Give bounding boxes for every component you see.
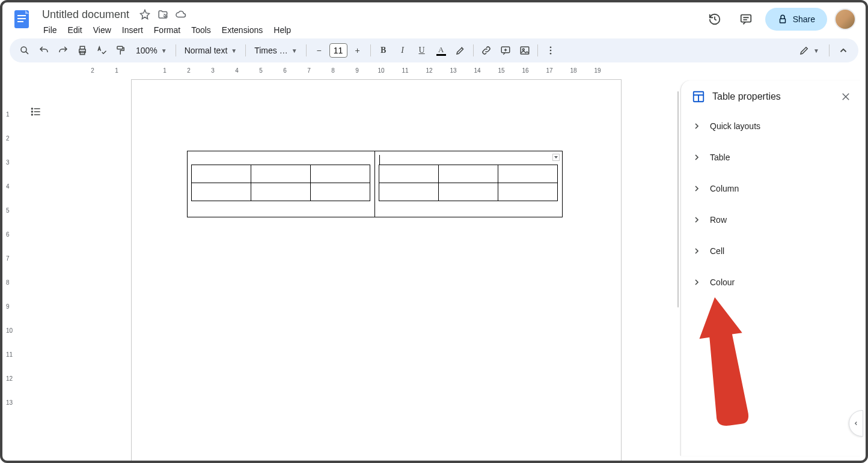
chevron-right-icon: [692, 121, 701, 131]
svg-rect-7: [780, 19, 785, 23]
section-column[interactable]: Column: [681, 173, 861, 204]
inner-table-left[interactable]: [191, 165, 370, 201]
docs-logo[interactable]: [10, 7, 34, 31]
star-icon[interactable]: [139, 8, 151, 20]
outer-cell-2[interactable]: [374, 151, 562, 217]
inner-cell[interactable]: [251, 165, 310, 183]
inner-cell[interactable]: [438, 165, 498, 183]
toolbar: 100%▼ Normal text▼ Times …▼ − + B I U A …: [10, 38, 858, 62]
section-row[interactable]: Row: [681, 204, 861, 235]
comments-icon[interactable]: [734, 7, 758, 31]
font-size-input[interactable]: [329, 43, 347, 58]
inner-cell[interactable]: [191, 165, 251, 183]
lock-icon: [777, 14, 788, 25]
title-bar: Untitled document File Edit View Insert …: [2, 2, 866, 38]
chevron-right-icon: [692, 277, 701, 287]
chevron-right-icon: [692, 184, 701, 193]
outer-table[interactable]: [187, 151, 563, 217]
svg-point-21: [549, 53, 551, 55]
more-icon[interactable]: [542, 41, 560, 59]
inner-cell[interactable]: [191, 183, 251, 201]
menu-bar: File Edit View Insert Format Tools Exten…: [38, 23, 703, 37]
history-icon[interactable]: [703, 7, 727, 31]
decrease-font-size[interactable]: −: [310, 41, 328, 59]
inner-cell[interactable]: [438, 183, 498, 201]
account-avatar[interactable]: [834, 8, 856, 30]
italic-button[interactable]: I: [394, 41, 412, 59]
inner-cell[interactable]: [498, 183, 557, 201]
inner-cell[interactable]: [379, 183, 438, 201]
style-dropdown[interactable]: Normal text▼: [180, 41, 242, 59]
svg-point-19: [549, 46, 551, 48]
svg-rect-17: [521, 47, 529, 54]
menu-file[interactable]: File: [38, 23, 62, 37]
svg-rect-4: [741, 15, 751, 22]
menu-view[interactable]: View: [88, 23, 116, 37]
close-icon[interactable]: [840, 91, 851, 102]
svg-line-9: [26, 52, 28, 54]
section-table[interactable]: Table: [681, 142, 861, 173]
share-label: Share: [793, 14, 815, 24]
inner-table-right[interactable]: [379, 165, 558, 201]
menu-help[interactable]: Help: [269, 23, 296, 37]
section-colour[interactable]: Colour: [681, 267, 861, 298]
svg-point-20: [549, 50, 551, 52]
insert-link-icon[interactable]: [477, 41, 495, 59]
undo-icon[interactable]: [35, 41, 53, 59]
table-icon: [692, 90, 705, 103]
move-icon[interactable]: [157, 8, 169, 20]
font-dropdown[interactable]: Times …▼: [249, 41, 302, 59]
spellcheck-icon[interactable]: [93, 41, 111, 59]
svg-rect-2: [17, 18, 26, 19]
chevron-right-icon: [692, 153, 701, 162]
panel-title: Table properties: [712, 91, 833, 102]
inner-cell[interactable]: [310, 183, 370, 201]
section-quick-layouts[interactable]: Quick layouts: [681, 110, 861, 142]
increase-font-size[interactable]: +: [349, 41, 367, 59]
menu-edit[interactable]: Edit: [63, 23, 87, 37]
menu-insert[interactable]: Insert: [117, 23, 148, 37]
chevron-right-icon: [692, 246, 701, 256]
bold-button[interactable]: B: [374, 41, 393, 59]
share-button[interactable]: Share: [765, 8, 827, 31]
svg-rect-3: [17, 21, 23, 22]
search-menus-icon[interactable]: [16, 41, 34, 59]
insert-image-icon[interactable]: [516, 41, 534, 59]
collapse-toolbar-icon[interactable]: [834, 41, 852, 59]
chevron-right-icon: [692, 215, 701, 225]
underline-button[interactable]: U: [413, 41, 431, 59]
cloud-status-icon[interactable]: [175, 8, 187, 20]
svg-point-8: [21, 47, 26, 52]
panel-resize-handle[interactable]: [677, 91, 679, 307]
section-cell[interactable]: Cell: [681, 235, 861, 267]
zoom-dropdown[interactable]: 100%▼: [131, 41, 172, 59]
svg-rect-1: [17, 15, 26, 16]
inner-cell[interactable]: [310, 165, 370, 183]
svg-rect-13: [117, 46, 123, 49]
editing-mode-dropdown[interactable]: ▼: [794, 41, 824, 59]
svg-rect-11: [80, 46, 85, 49]
highlight-icon[interactable]: [451, 41, 469, 59]
redo-icon[interactable]: [54, 41, 72, 59]
document-page[interactable]: [131, 79, 622, 461]
text-color-button[interactable]: A: [432, 41, 450, 59]
menu-tools[interactable]: Tools: [186, 23, 216, 37]
inner-cell[interactable]: [251, 183, 310, 201]
menu-extensions[interactable]: Extensions: [217, 23, 267, 37]
text-cursor: [379, 155, 380, 165]
document-scroll-area[interactable]: [14, 78, 680, 461]
inner-cell[interactable]: [379, 165, 438, 183]
horizontal-ruler[interactable]: 2112345678910111213141516171819: [34, 67, 866, 78]
pencil-icon: [799, 45, 810, 56]
paint-format-icon[interactable]: [112, 41, 130, 59]
outer-cell-1[interactable]: [187, 151, 374, 217]
annotation-arrow: [675, 279, 771, 435]
document-title[interactable]: Untitled document: [38, 7, 133, 22]
cell-options-icon[interactable]: [552, 154, 560, 161]
add-comment-icon[interactable]: [497, 41, 515, 59]
vertical-ruler[interactable]: 12345678910111213: [5, 78, 14, 461]
table-properties-panel: Table properties Quick layouts Table Col…: [680, 80, 861, 456]
print-icon[interactable]: [73, 41, 91, 59]
inner-cell[interactable]: [498, 165, 557, 183]
menu-format[interactable]: Format: [149, 23, 185, 37]
